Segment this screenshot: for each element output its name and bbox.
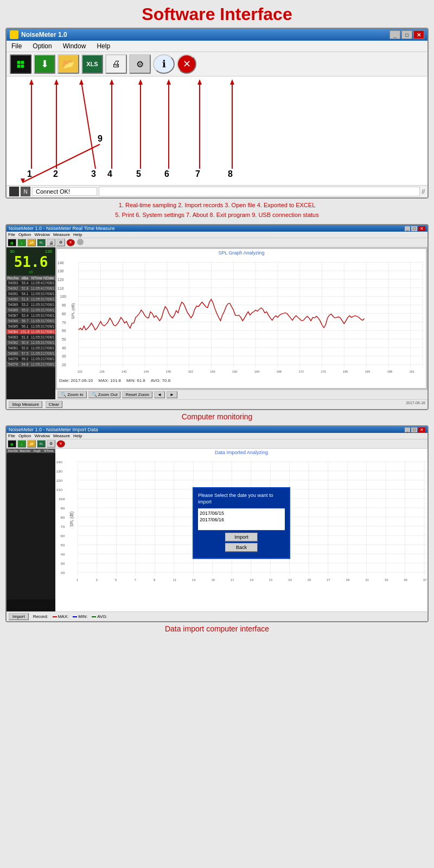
mini-tb3-5[interactable]: ⚙ <box>47 440 55 448</box>
mini-menu-file[interactable]: File <box>8 232 15 237</box>
import-btn[interactable]: Import <box>225 533 258 541</box>
mini-tb-3[interactable]: 📂 <box>27 239 36 246</box>
mini-close[interactable]: ✕ <box>418 226 425 231</box>
menu-file[interactable]: File <box>9 42 24 50</box>
mini-tb-6[interactable]: ⚙ <box>56 239 65 246</box>
svg-marker-5 <box>79 79 84 85</box>
import-dialog-title: Please Select the date you want to impor… <box>198 493 285 505</box>
mini-menu3-option[interactable]: Option <box>18 433 31 438</box>
mini-tb-5[interactable]: 🖨 <box>47 239 55 246</box>
import-table-body <box>7 453 55 599</box>
table-row: 54086 58.7 11:05:34 17/06/16 <box>7 318 55 324</box>
settings-button[interactable]: ⚙ <box>129 54 151 74</box>
mini-menu-option[interactable]: Option <box>18 232 31 237</box>
svg-text:120: 120 <box>58 278 64 282</box>
maximize-button[interactable]: □ <box>401 30 412 39</box>
data-import-section: NoiseMeter 1.0 - NoiseMeter Import Data … <box>5 425 429 622</box>
menu-option[interactable]: Option <box>30 42 54 50</box>
mini-tb-4[interactable]: XL <box>37 239 46 246</box>
svg-text:17: 17 <box>231 579 234 582</box>
y-axis-labels: 140 130 120 110 100 90 80 70 60 50 40 30… <box>58 261 66 367</box>
svg-text:21: 21 <box>269 579 273 582</box>
svg-marker-13 <box>197 79 202 85</box>
svg-text:148: 148 <box>166 370 171 373</box>
realtime-sampling-button[interactable]: ▦▦▦▦ <box>10 54 31 74</box>
svg-text:9: 9 <box>98 134 103 143</box>
svg-text:90: 90 <box>62 304 66 308</box>
exit-button[interactable]: ✕ <box>177 54 196 74</box>
x-axis-labels: 132 136 140 144 148 152 156 160 164 168 … <box>77 370 414 373</box>
svg-text:7: 7 <box>134 579 136 582</box>
table-row: 54079 59.2 11:05:27 17/06/16 <box>7 356 55 362</box>
next-button[interactable]: ► <box>167 391 177 398</box>
max-legend-label: MAX: <box>58 614 69 619</box>
import-table-header: RecNo MaxVal Avglt NTime <box>7 449 55 453</box>
svg-text:168: 168 <box>277 370 282 373</box>
clear-button[interactable]: Clear <box>46 401 62 408</box>
svg-marker-15 <box>230 79 234 85</box>
svg-text:191: 191 <box>409 370 414 373</box>
avg-legend-label: AVG: <box>97 614 107 619</box>
import-y-title: SPL (dB) <box>69 512 75 527</box>
mini-tb-1[interactable]: ▦ <box>8 239 16 246</box>
mini-tb-2[interactable]: ↓ <box>17 239 26 246</box>
prev-button[interactable]: ◄ <box>154 391 165 398</box>
min-legend: MIN: <box>73 614 87 619</box>
stop-measure-button[interactable]: Stop Measure <box>9 401 42 408</box>
mini-max-3[interactable]: □ <box>411 427 417 432</box>
svg-text:11: 11 <box>173 579 176 582</box>
import-date-item-1[interactable]: 2017/06/15 <box>200 510 283 516</box>
menu-window[interactable]: Window <box>61 42 88 50</box>
print-button[interactable]: 🖨 <box>105 54 127 74</box>
spl-bottom-bar: Stop Measure Clear 2017-06-16 <box>7 399 427 409</box>
mini-tb3-8[interactable]: ✕ <box>56 440 65 448</box>
svg-text:6: 6 <box>164 169 169 178</box>
table-row: 54088 55.0 11:05:36 17/06/16 <box>7 308 55 313</box>
svg-text:8: 8 <box>228 169 233 178</box>
mini-menu-window[interactable]: Window <box>34 232 49 237</box>
import-records-button[interactable]: ⬇ <box>34 54 55 74</box>
win-title: NoiseMeter 1.0 <box>21 31 67 39</box>
mini-menu3-window[interactable]: Window <box>34 433 49 438</box>
mini-tb3-2[interactable]: ↓ <box>17 440 26 448</box>
mini-menu3-help[interactable]: Help <box>73 433 82 438</box>
spl-zoom-bar: 🔍 Zoom In 🔍 Zoom Out Reset Zoom ◄ ► <box>55 390 427 399</box>
mini-maximize[interactable]: □ <box>411 226 417 231</box>
export-excel-button[interactable]: XLS <box>81 54 103 74</box>
close-button[interactable]: ✕ <box>413 30 424 39</box>
reset-zoom-button[interactable]: Reset Zoom <box>122 391 152 398</box>
mini-menu3-measure[interactable]: Measure <box>53 433 70 438</box>
table-row: 54087 52.4 11:05:35 17/06/16 <box>7 313 55 318</box>
mini-tb3-3[interactable]: 📂 <box>27 440 36 448</box>
svg-text:31: 31 <box>365 579 369 582</box>
computer-monitoring-section: NoiseMeter 1.0 - NoiseMeter Real Time Me… <box>5 224 429 410</box>
svg-text:172: 172 <box>298 370 303 373</box>
open-file-button[interactable]: 📂 <box>58 54 79 74</box>
about-button[interactable]: ℹ <box>153 54 175 74</box>
import-date-item-2[interactable]: 2017/06/16 <box>200 516 283 523</box>
mini-tb3-1[interactable]: ▦ <box>8 440 16 448</box>
mini-tb3-4[interactable]: XL <box>37 440 46 448</box>
svg-marker-9 <box>138 79 143 85</box>
mini-minimize[interactable]: _ <box>405 226 410 231</box>
svg-text:80: 80 <box>62 312 66 316</box>
spl-range-low: 30 <box>10 249 15 254</box>
import-layout: RecNo MaxVal Avglt NTime Data Imported A… <box>7 449 427 611</box>
import-dialog: Please Select the date you want to impor… <box>193 487 290 558</box>
spl-graph-line <box>79 299 365 330</box>
mini-menu-help[interactable]: Help <box>73 232 82 237</box>
mini-min-3[interactable]: _ <box>405 427 410 432</box>
minimize-button[interactable]: _ <box>390 30 400 39</box>
import-dialog-list[interactable]: 2017/06/15 2017/06/16 <box>198 508 285 530</box>
mini-menu3-file[interactable]: File <box>8 433 15 438</box>
back-btn[interactable]: Back <box>225 543 258 552</box>
zoom-out-button[interactable]: 🔍 Zoom Out <box>88 391 121 398</box>
mini-close-3[interactable]: ✕ <box>418 427 425 432</box>
mini-tb-8[interactable]: ✕ <box>66 239 75 246</box>
menu-help[interactable]: Help <box>94 42 112 50</box>
zoom-in-button[interactable]: 🔍 Zoom In <box>58 391 87 398</box>
mini-menu-measure[interactable]: Measure <box>53 232 70 237</box>
stat-avg: AVG: 70.8 <box>151 378 170 383</box>
svg-text:4: 4 <box>107 169 112 178</box>
import-footer-btn[interactable]: Import <box>9 613 29 620</box>
